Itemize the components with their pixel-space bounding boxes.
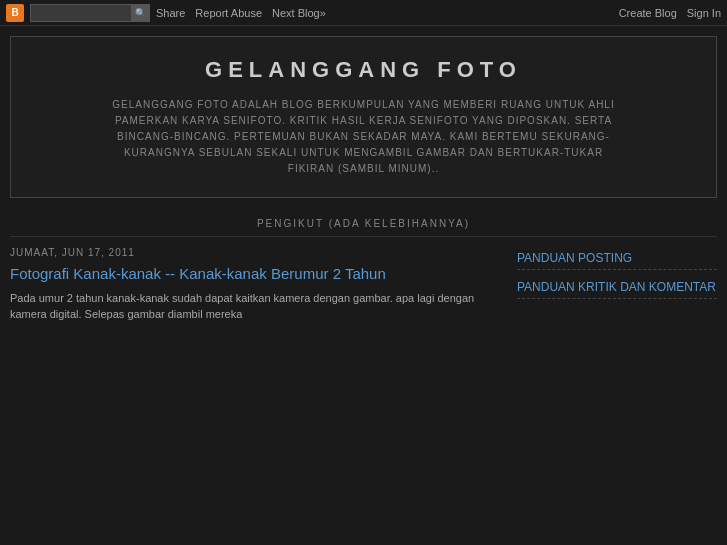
share-link[interactable]: Share (156, 7, 185, 19)
followers-section: PENGIKUT (ADA KELEBIHANNYA) (10, 208, 717, 237)
nav-links: Share Report Abuse Next Blog» (156, 7, 326, 19)
sidebar: PANDUAN POSTING PANDUAN KRITIK DAN KOMEN… (517, 247, 717, 323)
header-box: GELANGGANG FOTO GELANGGANG FOTO ADALAH B… (10, 36, 717, 198)
navbar-left: B 🔍 Share Report Abuse Next Blog» (6, 4, 619, 22)
post-date: JUMAAT, JUN 17, 2011 (10, 247, 507, 258)
main-wrapper: GELANGGANG FOTO GELANGGANG FOTO ADALAH B… (0, 26, 727, 333)
sidebar-panduan-posting[interactable]: PANDUAN POSTING (517, 247, 717, 270)
content-area: GELANGGANG FOTO GELANGGANG FOTO ADALAH B… (0, 26, 727, 333)
navbar: B 🔍 Share Report Abuse Next Blog» Create… (0, 0, 727, 26)
next-blog-link[interactable]: Next Blog» (272, 7, 326, 19)
report-abuse-link[interactable]: Report Abuse (195, 7, 262, 19)
post-title[interactable]: Fotografi Kanak-kanak -- Kanak-kanak Ber… (10, 264, 507, 284)
navbar-right: Create Blog Sign In (619, 7, 721, 19)
blog-description: GELANGGANG FOTO ADALAH BLOG BERKUMPULAN … (104, 97, 624, 177)
search-button[interactable]: 🔍 (131, 4, 149, 22)
search-box[interactable]: 🔍 (30, 4, 150, 22)
followers-label: PENGIKUT (ADA KELEBIHANNYA) (257, 218, 470, 229)
blog-title: GELANGGANG FOTO (41, 57, 686, 83)
posts-column: JUMAAT, JUN 17, 2011 Fotografi Kanak-kan… (10, 247, 507, 323)
search-input[interactable] (31, 7, 131, 19)
blogger-logo: B (6, 4, 24, 22)
sidebar-panduan-kritik[interactable]: PANDUAN KRITIK DAN KOMENTAR (517, 276, 717, 299)
post-excerpt: Pada umur 2 tahun kanak-kanak sudah dapa… (10, 290, 507, 323)
sign-in-link[interactable]: Sign In (687, 7, 721, 19)
create-blog-link[interactable]: Create Blog (619, 7, 677, 19)
post-area: JUMAAT, JUN 17, 2011 Fotografi Kanak-kan… (10, 247, 717, 323)
